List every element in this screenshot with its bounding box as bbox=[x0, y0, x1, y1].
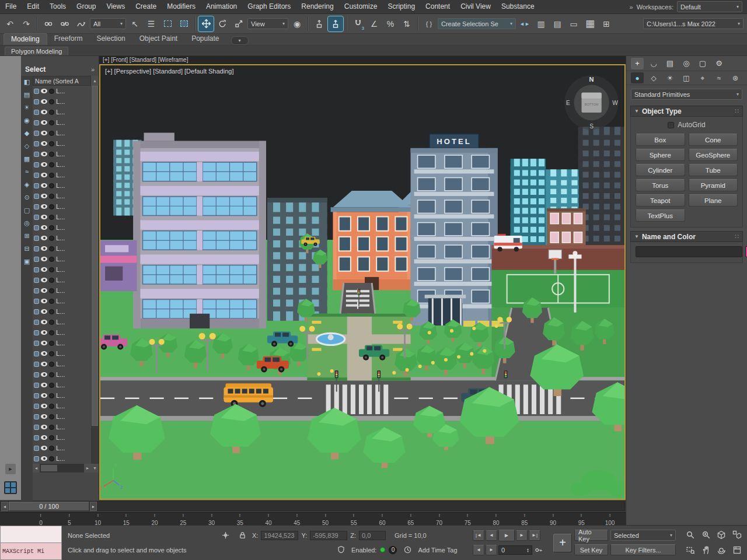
explorer-row[interactable]: L... bbox=[33, 401, 91, 411]
visibility-eye-icon[interactable] bbox=[41, 435, 47, 440]
zoom-icon[interactable] bbox=[683, 528, 697, 542]
frame-badge[interactable]: 0 bbox=[389, 546, 397, 554]
textplus-button[interactable]: TextPlus bbox=[636, 209, 685, 222]
shapes-category-icon[interactable]: ◇ bbox=[647, 72, 660, 83]
visibility-eye-icon[interactable] bbox=[41, 425, 47, 429]
viewcube[interactable]: BOTTOM N S E W bbox=[564, 75, 619, 130]
render-toggle-icon[interactable] bbox=[49, 425, 54, 430]
explorer-row[interactable]: L... bbox=[33, 107, 91, 117]
timeline-ruler[interactable]: 0510152025303540455055606570758085909510… bbox=[0, 512, 626, 525]
pyramid-button[interactable]: Pyramid bbox=[689, 179, 738, 191]
front-viewport-strip[interactable]: [+] [Front] [Standard] [Wireframe] bbox=[99, 56, 626, 64]
geometry-category-icon[interactable]: ● bbox=[631, 72, 644, 83]
time-slider-handle[interactable]: 0 / 100 bbox=[9, 502, 89, 511]
menu-views[interactable]: Views bbox=[101, 0, 130, 13]
menu-scripting[interactable]: Scripting bbox=[382, 0, 420, 13]
enabled-indicator[interactable] bbox=[380, 547, 385, 552]
explorer-row[interactable]: L... bbox=[33, 128, 91, 138]
plane-button[interactable]: Plane bbox=[689, 194, 738, 206]
named-selection-dropdown[interactable]: Create Selection Se ▾ bbox=[438, 18, 516, 29]
explorer-row[interactable]: L... bbox=[33, 159, 91, 170]
visibility-eye-icon[interactable] bbox=[41, 341, 47, 345]
lock-cell-editing-icon[interactable]: ⊞ bbox=[24, 231, 29, 240]
select-and-link-button[interactable] bbox=[41, 16, 56, 32]
toggle-ribbon-button[interactable]: ▭ bbox=[566, 16, 581, 32]
render-toggle-icon[interactable] bbox=[49, 456, 54, 461]
menu-customize[interactable]: Customize bbox=[339, 0, 383, 13]
transform-gizmo-icon[interactable] bbox=[218, 528, 232, 542]
auto-key-button[interactable]: Auto Key bbox=[574, 530, 608, 541]
render-toggle-icon[interactable] bbox=[49, 362, 54, 367]
spinner-snap-button[interactable]: ⇅ bbox=[399, 16, 414, 32]
scrollbar-thumb[interactable] bbox=[41, 465, 57, 471]
pick-parent-icon[interactable]: ⊟ bbox=[24, 244, 29, 253]
zoom-extents-icon[interactable] bbox=[714, 528, 728, 542]
render-toggle-icon[interactable] bbox=[49, 194, 54, 199]
render-toggle-icon[interactable] bbox=[49, 215, 54, 220]
object-name-input[interactable] bbox=[636, 246, 742, 257]
explorer-row[interactable]: L... bbox=[33, 254, 91, 264]
previous-frame-transport-button[interactable]: ◄ bbox=[486, 530, 497, 541]
explorer-row[interactable]: L... bbox=[33, 264, 91, 275]
unlink-selection-button[interactable] bbox=[57, 16, 72, 32]
explorer-row[interactable]: L... bbox=[33, 233, 91, 243]
next-key-button[interactable]: ► bbox=[486, 545, 497, 555]
front-viewport-label[interactable]: [+] [Front] [Standard] [Wireframe] bbox=[103, 57, 188, 63]
explorer-row[interactable]: L... bbox=[33, 411, 91, 422]
explorer-row[interactable]: L... bbox=[33, 117, 91, 128]
select-and-scale-button[interactable] bbox=[231, 16, 246, 32]
display-hidden-icon[interactable]: ◎ bbox=[24, 218, 30, 228]
go-to-start-button[interactable]: |◄ bbox=[473, 530, 484, 541]
display-bones-icon[interactable]: ◈ bbox=[25, 180, 29, 189]
mirror-button[interactable]: ◄► bbox=[517, 16, 532, 32]
edit-named-selections-button[interactable]: { } bbox=[421, 16, 437, 32]
display-layers-icon[interactable]: ◧ bbox=[24, 77, 30, 86]
ribbon-tab-object-paint[interactable]: Object Paint bbox=[132, 33, 184, 45]
layout-expand-arrow[interactable]: ► bbox=[5, 464, 16, 474]
torus-button[interactable]: Torus bbox=[636, 179, 685, 191]
render-toggle-icon[interactable] bbox=[49, 278, 54, 283]
previous-key-button[interactable]: ◄ bbox=[473, 545, 484, 555]
angle-snap-button[interactable]: ∠ bbox=[366, 16, 382, 32]
window-crossing-button[interactable] bbox=[176, 16, 191, 32]
menu-animation[interactable]: Animation bbox=[201, 0, 242, 13]
display-tab-icon[interactable]: ▢ bbox=[696, 58, 709, 69]
compass-north[interactable]: N bbox=[589, 76, 594, 83]
display-cameras-icon[interactable]: ◉ bbox=[24, 116, 30, 125]
visibility-eye-icon[interactable] bbox=[41, 320, 47, 324]
compass-south[interactable]: S bbox=[589, 123, 594, 130]
explorer-row[interactable]: L... bbox=[33, 443, 91, 453]
render-toggle-icon[interactable] bbox=[49, 267, 54, 272]
cylinder-button[interactable]: Cylinder bbox=[636, 164, 685, 176]
display-lights-icon[interactable]: ☀ bbox=[24, 103, 30, 112]
geosphere-button[interactable]: GeoSphere bbox=[689, 149, 738, 161]
y-coordinate-field[interactable]: -595,839 bbox=[310, 531, 347, 540]
explorer-row[interactable]: L... bbox=[33, 180, 91, 191]
utilities-tab-icon[interactable]: ⚙ bbox=[713, 58, 725, 69]
visibility-eye-icon[interactable] bbox=[41, 152, 47, 156]
ribbon-tab-populate[interactable]: Populate bbox=[184, 33, 226, 45]
scroll-up-icon[interactable]: ▲ bbox=[91, 76, 99, 86]
visibility-eye-icon[interactable] bbox=[41, 278, 47, 282]
name-color-rollout-header[interactable]: ▼ Name and Color ∷ bbox=[630, 231, 743, 242]
render-toggle-icon[interactable] bbox=[49, 351, 54, 356]
render-toggle-icon[interactable] bbox=[49, 173, 54, 178]
render-toggle-icon[interactable] bbox=[49, 204, 54, 209]
set-keys-button[interactable]: + bbox=[553, 534, 572, 552]
x-coordinate-field[interactable]: 19424,523 bbox=[261, 531, 298, 540]
go-to-end-button[interactable]: ►| bbox=[529, 530, 540, 541]
visibility-eye-icon[interactable] bbox=[41, 131, 47, 135]
cameras-category-icon[interactable]: ◫ bbox=[680, 72, 693, 83]
render-toggle-icon[interactable] bbox=[49, 341, 54, 346]
explorer-vertical-scrollbar[interactable] bbox=[91, 86, 99, 464]
previous-frame-button[interactable]: ◄ bbox=[1, 502, 8, 511]
explorer-row[interactable]: L... bbox=[33, 86, 91, 96]
render-toggle-icon[interactable] bbox=[49, 414, 54, 419]
scroll-down-icon[interactable]: ▼ bbox=[91, 464, 99, 473]
maxscript-mini-listener[interactable]: MAXScript Mi bbox=[0, 543, 62, 560]
tube-button[interactable]: Tube bbox=[689, 164, 738, 176]
visibility-eye-icon[interactable] bbox=[41, 141, 47, 146]
explorer-row[interactable]: L... bbox=[33, 149, 91, 159]
explorer-row[interactable]: L... bbox=[33, 96, 91, 107]
explorer-row[interactable]: L... bbox=[33, 296, 91, 306]
